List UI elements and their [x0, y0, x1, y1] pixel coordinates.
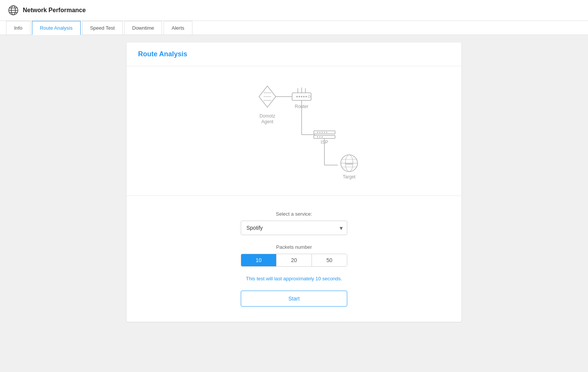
- svg-point-32: [317, 137, 318, 138]
- packets-label: Packets number: [276, 244, 312, 250]
- start-button[interactable]: Start: [241, 291, 347, 307]
- globe-icon: [8, 5, 19, 16]
- network-diagram: Domotz Agent: [218, 78, 370, 184]
- svg-point-18: [301, 96, 302, 97]
- svg-point-29: [322, 132, 323, 133]
- packets-toggle: 10 20 50: [241, 254, 347, 267]
- diagram-section: Domotz Agent: [127, 66, 461, 196]
- svg-text:Domotz: Domotz: [259, 113, 275, 119]
- info-text: This test will last approximately 10 sec…: [246, 276, 342, 281]
- svg-point-31: [326, 132, 327, 133]
- tab-alerts[interactable]: Alerts: [164, 21, 192, 35]
- svg-point-33: [319, 137, 321, 138]
- svg-point-27: [317, 132, 318, 133]
- packets-control-group: Packets number 10 20 50: [241, 244, 347, 267]
- route-analysis-card: Route Analysis Domotz Agent: [127, 43, 461, 322]
- tabs-bar: Info Route Analysis Speed Test Downtime …: [0, 21, 588, 35]
- service-label: Select a service:: [276, 211, 312, 217]
- tab-route-analysis[interactable]: Route Analysis: [32, 21, 81, 35]
- controls-section: Select a service: Spotify Google DNS Clo…: [127, 196, 461, 322]
- svg-point-16: [296, 96, 298, 97]
- tab-downtime[interactable]: Downtime: [124, 21, 162, 35]
- svg-rect-26: [314, 135, 335, 138]
- svg-point-20: [305, 96, 307, 97]
- svg-point-30: [324, 132, 325, 133]
- svg-text:www: www: [345, 162, 353, 165]
- card-title: Route Analysis: [138, 50, 187, 58]
- service-select-wrapper: Spotify Google DNS Cloudflare DNS Custom…: [241, 221, 347, 235]
- svg-point-21: [308, 95, 310, 98]
- app-header: Network Performance: [0, 0, 588, 21]
- svg-text:Agent: Agent: [261, 119, 273, 124]
- tab-speed-test[interactable]: Speed Test: [82, 21, 123, 35]
- packet-btn-20[interactable]: 20: [277, 254, 312, 266]
- service-control-group: Select a service: Spotify Google DNS Clo…: [241, 211, 347, 235]
- packet-btn-50[interactable]: 50: [312, 254, 347, 266]
- svg-point-28: [319, 132, 321, 133]
- svg-point-17: [299, 96, 300, 97]
- main-content: Route Analysis Domotz Agent: [0, 35, 588, 329]
- app-title: Network Performance: [23, 7, 86, 14]
- tab-info[interactable]: Info: [6, 21, 30, 35]
- card-header: Route Analysis: [127, 43, 461, 66]
- svg-text:Target: Target: [343, 174, 356, 180]
- packet-btn-10[interactable]: 10: [241, 254, 277, 266]
- service-select[interactable]: Spotify Google DNS Cloudflare DNS Custom: [241, 221, 347, 235]
- svg-point-34: [322, 137, 323, 138]
- svg-point-19: [303, 96, 305, 97]
